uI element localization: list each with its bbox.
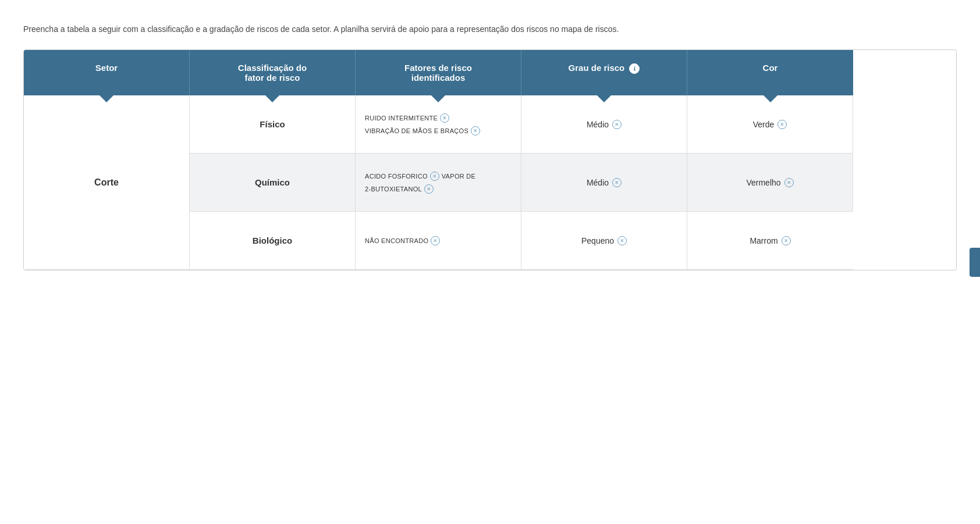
setor-label: Corte: [94, 177, 119, 188]
factor-line-acido: ACIDO FOSFORICO ✕ VAPOR DE: [365, 172, 475, 181]
remove-cor-quimico-button[interactable]: ✕: [784, 178, 794, 187]
chevron-fatores: [430, 94, 446, 102]
classification-fisico: Físico: [190, 95, 356, 154]
risk-table: Setor Classificação dofator de risco Fat…: [23, 49, 957, 270]
cor-tag-biologico: Marrom ✕: [750, 236, 790, 245]
factor-text: 2-BUTOXIETANOL: [365, 186, 422, 193]
header-setor: Setor: [24, 50, 190, 95]
grau-tag-fisico: Médio ✕: [587, 120, 622, 129]
grau-fisico: Médio ✕: [521, 95, 687, 154]
remove-acido-button[interactable]: ✕: [430, 172, 439, 181]
factors-quimico: ACIDO FOSFORICO ✕ VAPOR DE 2-BUTOXIETANO…: [356, 154, 521, 212]
remove-cor-fisico-button[interactable]: ✕: [777, 120, 787, 129]
factor-text: NÃO ENCONTRADO: [365, 237, 428, 244]
remove-grau-biologico-button[interactable]: ✕: [617, 236, 627, 245]
cor-biologico: Marrom ✕: [687, 212, 853, 270]
grau-tag-quimico: Médio ✕: [587, 178, 622, 187]
remove-ruido-button[interactable]: ✕: [440, 113, 449, 123]
factors-biologico: NÃO ENCONTRADO ✕: [356, 212, 521, 270]
grau-biologico: Pequeno ✕: [521, 212, 687, 270]
factor-line-2: VIBRAÇÃO DE MÃOS E BRAÇOS ✕: [365, 126, 480, 136]
info-icon[interactable]: i: [629, 63, 640, 74]
side-handle[interactable]: [970, 248, 980, 277]
header-cor: Cor: [687, 50, 853, 95]
chevron-grau: [596, 94, 612, 102]
cor-tag-quimico: Vermelho ✕: [746, 178, 793, 187]
description-text: Preencha a tabela a seguir com a classif…: [23, 23, 957, 35]
cor-tag-fisico: Verde ✕: [753, 120, 787, 129]
factor-text: RUIDO INTERMITENTE: [365, 115, 438, 122]
chevron-cor: [762, 94, 779, 102]
factor-text: VAPOR DE: [442, 173, 475, 180]
table-header: Setor Classificação dofator de risco Fat…: [24, 50, 956, 95]
chevron-classificacao: [264, 94, 280, 102]
factor-line-butox: 2-BUTOXIETANOL ✕: [365, 184, 434, 194]
classification-quimico: Químico: [190, 154, 356, 212]
cor-fisico: Verde ✕: [687, 95, 853, 154]
factors-fisico: RUIDO INTERMITENTE ✕ VIBRAÇÃO DE MÃOS E …: [356, 95, 521, 154]
chevron-setor: [98, 94, 115, 102]
remove-grau-quimico-button[interactable]: ✕: [612, 178, 622, 187]
header-classificacao: Classificação dofator de risco: [190, 50, 356, 95]
table-body: Corte Físico RUIDO INTERMITENTE ✕ VIBRAÇ…: [24, 95, 956, 270]
remove-grau-fisico-button[interactable]: ✕: [612, 120, 622, 129]
factor-line-nao: NÃO ENCONTRADO ✕: [365, 236, 440, 245]
cor-quimico: Vermelho ✕: [687, 154, 853, 212]
remove-cor-biologico-button[interactable]: ✕: [782, 236, 791, 245]
factor-text: ACIDO FOSFORICO: [365, 173, 428, 180]
header-grau: Grau de risco i: [521, 50, 687, 95]
remove-nao-button[interactable]: ✕: [431, 236, 440, 245]
grau-quimico: Médio ✕: [521, 154, 687, 212]
setor-cell: Corte: [24, 95, 190, 270]
grau-tag-biologico: Pequeno ✕: [581, 236, 627, 245]
header-fatores: Fatores de riscoidentificados: [356, 50, 521, 95]
classification-biologico: Biológico: [190, 212, 356, 270]
remove-vibracao-button[interactable]: ✕: [471, 126, 480, 136]
factor-text: VIBRAÇÃO DE MÃOS E BRAÇOS: [365, 127, 468, 134]
remove-butox-button[interactable]: ✕: [424, 184, 434, 194]
factor-line-1: RUIDO INTERMITENTE ✕: [365, 113, 449, 123]
